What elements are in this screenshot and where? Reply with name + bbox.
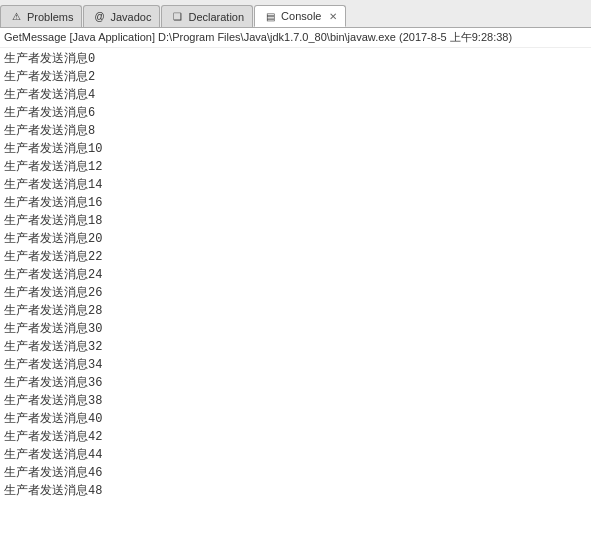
console-line: 生产者发送消息34 xyxy=(4,356,587,374)
console-line: 生产者发送消息30 xyxy=(4,320,587,338)
console-line: 生产者发送消息12 xyxy=(4,158,587,176)
console-line: 生产者发送消息26 xyxy=(4,284,587,302)
console-line: 生产者发送消息14 xyxy=(4,176,587,194)
console-line: 生产者发送消息2 xyxy=(4,68,587,86)
console-header: GetMessage [Java Application] D:\Program… xyxy=(0,28,591,48)
problems-tab-label: Problems xyxy=(27,11,73,23)
console-line: 生产者发送消息8 xyxy=(4,122,587,140)
console-panel: GetMessage [Java Application] D:\Program… xyxy=(0,28,591,540)
problems-tab-icon: ⚠ xyxy=(9,10,23,24)
console-line: 生产者发送消息36 xyxy=(4,374,587,392)
console-line: 生产者发送消息22 xyxy=(4,248,587,266)
console-line: 生产者发送消息32 xyxy=(4,338,587,356)
console-line: 生产者发送消息48 xyxy=(4,482,587,500)
console-line: 生产者发送消息0 xyxy=(4,50,587,68)
console-line: 生产者发送消息20 xyxy=(4,230,587,248)
console-line: 生产者发送消息4 xyxy=(4,86,587,104)
console-line: 生产者发送消息6 xyxy=(4,104,587,122)
tab-problems[interactable]: ⚠Problems xyxy=(0,5,82,27)
tab-declaration[interactable]: ❑Declaration xyxy=(161,5,253,27)
console-line: 生产者发送消息38 xyxy=(4,392,587,410)
console-line: 生产者发送消息18 xyxy=(4,212,587,230)
tab-bar: ⚠Problems@Javadoc❑Declaration▤Console✕ xyxy=(0,0,591,28)
console-line: 生产者发送消息10 xyxy=(4,140,587,158)
console-line: 生产者发送消息28 xyxy=(4,302,587,320)
declaration-tab-icon: ❑ xyxy=(170,10,184,24)
console-line: 生产者发送消息46 xyxy=(4,464,587,482)
declaration-tab-label: Declaration xyxy=(188,11,244,23)
javadoc-tab-icon: @ xyxy=(92,10,106,24)
console-tab-icon: ▤ xyxy=(263,9,277,23)
console-output[interactable]: 生产者发送消息0生产者发送消息2生产者发送消息4生产者发送消息6生产者发送消息8… xyxy=(0,48,591,540)
tab-javadoc[interactable]: @Javadoc xyxy=(83,5,160,27)
console-line: 生产者发送消息40 xyxy=(4,410,587,428)
console-line: 生产者发送消息16 xyxy=(4,194,587,212)
console-tab-label: Console xyxy=(281,10,321,22)
console-line: 生产者发送消息44 xyxy=(4,446,587,464)
console-tab-close[interactable]: ✕ xyxy=(329,11,337,22)
tab-console[interactable]: ▤Console✕ xyxy=(254,5,346,27)
console-line: 生产者发送消息24 xyxy=(4,266,587,284)
javadoc-tab-label: Javadoc xyxy=(110,11,151,23)
console-line: 生产者发送消息42 xyxy=(4,428,587,446)
